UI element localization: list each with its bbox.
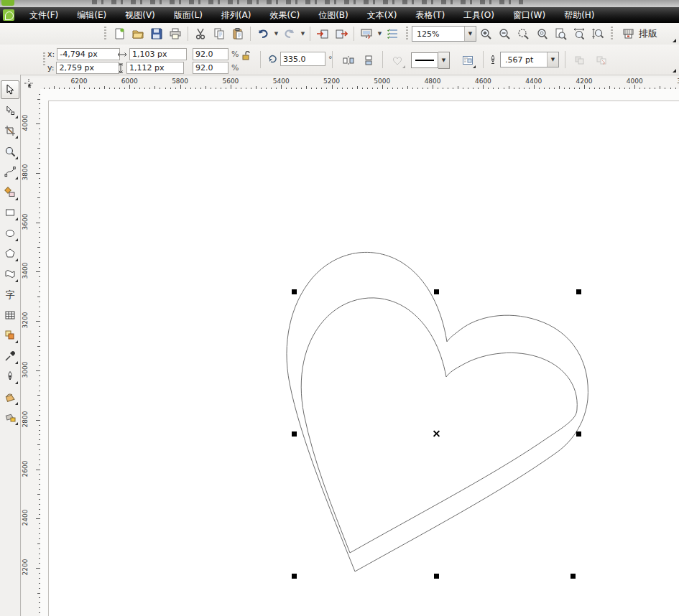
scale-vertical-field[interactable]: 92.0 bbox=[193, 62, 228, 74]
x-position-field[interactable]: -4,794 px bbox=[57, 48, 120, 60]
options-button[interactable] bbox=[384, 24, 402, 43]
selection-handle[interactable] bbox=[576, 289, 581, 294]
export-button[interactable] bbox=[332, 24, 351, 43]
fill-tool-button[interactable] bbox=[1, 388, 19, 406]
menu-item-11[interactable]: 帮助(H) bbox=[555, 7, 604, 24]
zoom-tool-button[interactable] bbox=[1, 142, 19, 161]
mirror-horizontal-button[interactable] bbox=[339, 51, 358, 70]
chevron-down-icon[interactable]: ▼ bbox=[299, 25, 307, 42]
ellipse-tool-button[interactable] bbox=[1, 224, 19, 243]
selection-handle[interactable] bbox=[576, 431, 581, 437]
property-bar-grip[interactable] bbox=[42, 52, 47, 67]
vertical-ruler[interactable]: 4000380036003400320030002800260024002200 bbox=[22, 89, 41, 616]
menu-item-0[interactable]: 文件(F) bbox=[20, 7, 68, 24]
shape-tool-button[interactable] bbox=[1, 101, 19, 120]
open-button[interactable] bbox=[129, 24, 147, 43]
chevron-down-icon[interactable]: ▼ bbox=[272, 25, 280, 42]
imposition-layout-button[interactable]: 排版 bbox=[616, 24, 662, 43]
menu-item-5[interactable]: 效果(C) bbox=[260, 7, 309, 24]
canvas[interactable] bbox=[40, 89, 679, 616]
wrap-paragraph-text-button[interactable] bbox=[458, 51, 477, 70]
selection-handle[interactable] bbox=[434, 574, 439, 579]
object-height-field[interactable]: 1,112 px bbox=[126, 62, 184, 74]
basic-shapes-tool-button[interactable] bbox=[1, 265, 19, 284]
object-width-field[interactable]: 1,103 px bbox=[129, 48, 187, 60]
crop-tool-button[interactable] bbox=[1, 121, 19, 140]
application-window: 文件(F)编辑(E)视图(V)版面(L)排列(A)效果(C)位图(B)文本(X)… bbox=[0, 0, 679, 616]
outline-pen-tool-button[interactable] bbox=[1, 367, 19, 386]
menu-item-2[interactable]: 视图(V) bbox=[116, 7, 165, 24]
app-launcher-button[interactable] bbox=[357, 24, 376, 43]
zoom-page-button[interactable] bbox=[551, 24, 570, 43]
chevron-down-icon[interactable]: ▼ bbox=[376, 25, 384, 42]
chevron-down-icon[interactable]: ▼ bbox=[547, 52, 558, 67]
freehand-tool-icon bbox=[4, 166, 16, 177]
toolbar-grip[interactable] bbox=[405, 27, 410, 41]
chevron-down-icon[interactable]: ▼ bbox=[464, 27, 476, 41]
zoom-out-button[interactable] bbox=[495, 24, 514, 43]
lock-ratio-button[interactable] bbox=[239, 49, 253, 63]
table-tool-button[interactable] bbox=[1, 306, 19, 325]
rectangle-tool-button[interactable] bbox=[1, 203, 19, 222]
copy-properties-button[interactable] bbox=[571, 51, 589, 70]
zoom-in-button[interactable] bbox=[476, 24, 495, 43]
selection-center-mark[interactable] bbox=[433, 430, 440, 437]
text-tool-button[interactable]: 字 bbox=[1, 285, 19, 304]
polygon-tool-button[interactable] bbox=[1, 244, 19, 263]
copy-button[interactable] bbox=[210, 24, 228, 43]
heart-shape-inner[interactable] bbox=[301, 298, 577, 553]
cut-button[interactable] bbox=[191, 24, 210, 43]
pick-tool-button[interactable] bbox=[1, 80, 19, 99]
mirror-vertical-button[interactable] bbox=[359, 51, 378, 70]
selection-handle[interactable] bbox=[434, 289, 439, 294]
selection-handle[interactable] bbox=[292, 431, 297, 437]
selection-handle[interactable] bbox=[292, 289, 297, 294]
paste-button[interactable] bbox=[228, 24, 247, 43]
save-icon bbox=[150, 27, 163, 40]
menu-item-9[interactable]: 工具(O) bbox=[454, 7, 504, 24]
selection-handle[interactable] bbox=[292, 574, 297, 579]
perfect-shape-dropdown[interactable] bbox=[388, 51, 407, 70]
print-button[interactable] bbox=[166, 24, 185, 43]
outline-style-dropdown-icon[interactable]: ▼ bbox=[438, 52, 450, 69]
copy-properties-from-button[interactable] bbox=[592, 51, 611, 70]
blend-tool-button[interactable] bbox=[1, 326, 19, 345]
interactive-fill-tool-icon bbox=[4, 411, 16, 423]
save-button[interactable] bbox=[147, 24, 166, 43]
toolbar-grip[interactable] bbox=[609, 27, 614, 41]
zoom-height-button[interactable] bbox=[588, 24, 607, 43]
rotation-angle-field[interactable]: 335.0 bbox=[280, 52, 325, 66]
new-document-button[interactable] bbox=[110, 24, 129, 43]
heart-shape-outer[interactable] bbox=[287, 252, 588, 571]
menu-item-3[interactable]: 版面(L) bbox=[165, 7, 212, 24]
zoom-selected-button[interactable] bbox=[514, 24, 532, 43]
interactive-fill-tool-button[interactable] bbox=[1, 408, 19, 426]
ruler-label: 2200 bbox=[22, 554, 29, 580]
ruler-origin[interactable] bbox=[22, 78, 40, 89]
menu-item-8[interactable]: 表格(T) bbox=[406, 7, 454, 24]
scale-horizontal-field[interactable]: 92.0 bbox=[193, 48, 228, 60]
y-position-field[interactable]: 2,759 px bbox=[56, 62, 119, 74]
menu-item-7[interactable]: 文本(X) bbox=[358, 7, 407, 24]
menu-item-6[interactable]: 位图(B) bbox=[309, 7, 358, 24]
import-button[interactable] bbox=[313, 24, 332, 43]
selection-handle[interactable] bbox=[571, 574, 576, 579]
zoom-width-button[interactable] bbox=[570, 24, 588, 43]
eyedropper-tool-button[interactable] bbox=[1, 347, 19, 365]
property-bar-overflow-icon[interactable] bbox=[673, 69, 676, 73]
toolbar-overflow-icon[interactable] bbox=[673, 39, 676, 42]
freehand-tool-button[interactable] bbox=[1, 162, 19, 181]
redo-button[interactable] bbox=[280, 24, 299, 43]
menu-item-4[interactable]: 排列(A) bbox=[212, 7, 261, 24]
zoom-all-button[interactable] bbox=[532, 24, 551, 43]
zoom-page-icon bbox=[554, 27, 567, 40]
horizontal-ruler[interactable]: 6400620060005800560054005200500048004600… bbox=[40, 78, 679, 90]
outline-width-combo[interactable]: .567 pt ▼ bbox=[500, 52, 559, 67]
zoom-level-combo[interactable]: 125%▼ bbox=[412, 26, 476, 42]
toolbar-grip[interactable] bbox=[103, 27, 108, 41]
smart-fill-tool-button[interactable] bbox=[1, 183, 19, 202]
undo-button[interactable] bbox=[254, 24, 272, 43]
outline-style-selector[interactable] bbox=[411, 52, 438, 68]
menu-item-1[interactable]: 编辑(E) bbox=[68, 7, 116, 24]
menu-item-10[interactable]: 窗口(W) bbox=[504, 7, 555, 24]
